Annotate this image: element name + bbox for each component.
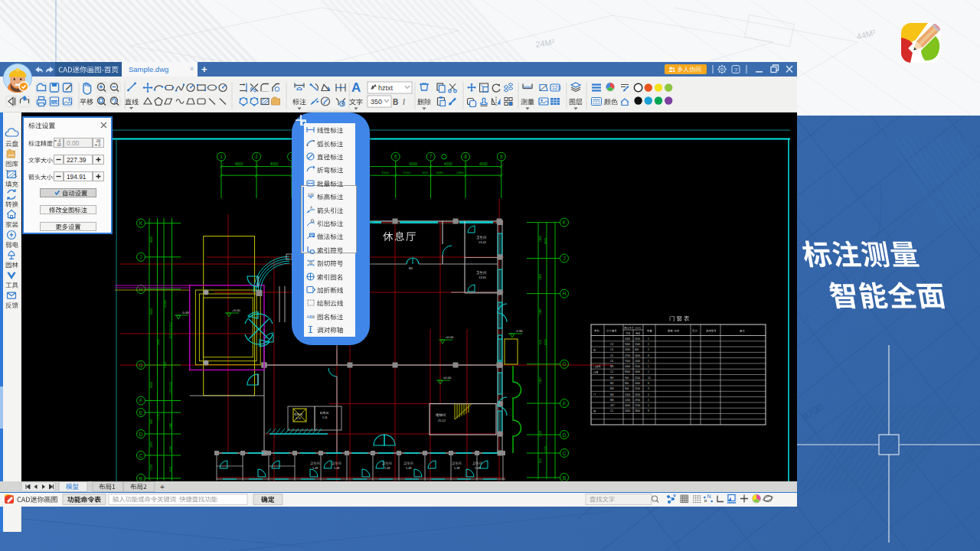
svg-text:1500: 1500 [625, 393, 630, 396]
svg-text:1380: 1380 [164, 362, 167, 368]
svg-text:G: G [139, 363, 142, 368]
svg-text:C6: C6 [610, 360, 613, 363]
svg-text:1700 650: 1700 650 [169, 382, 172, 394]
svg-text:PDF: PDF [52, 100, 59, 104]
svg-text:1: 1 [648, 365, 649, 368]
svg-text:650 320 650: 650 320 650 [169, 322, 172, 338]
svg-text:7: 7 [430, 154, 433, 159]
svg-text:2330: 2330 [150, 465, 153, 471]
svg-text:13.45: 13.45 [479, 240, 487, 244]
svg-text:4008: 4008 [544, 238, 547, 244]
svg-text:2400: 2400 [539, 236, 542, 242]
svg-text:C4: C4 [610, 348, 613, 351]
svg-text:24M²: 24M² [535, 37, 556, 49]
svg-text:C2: C2 [610, 370, 613, 373]
svg-text:600: 600 [635, 348, 639, 351]
svg-text:5.48: 5.48 [406, 467, 411, 470]
svg-text:1500: 1500 [381, 171, 389, 174]
svg-text:350: 350 [371, 98, 382, 106]
svg-text:C: C [563, 451, 567, 456]
svg-text:2: 2 [648, 399, 649, 402]
svg-text:1: 1 [648, 360, 649, 363]
svg-text:1: 1 [648, 337, 649, 341]
svg-text:800: 800 [625, 382, 629, 385]
svg-text:2100: 2100 [635, 387, 640, 390]
svg-text:2100: 2100 [635, 393, 640, 396]
svg-text:1500: 1500 [169, 446, 172, 452]
svg-text:-0.48: -0.48 [181, 311, 189, 315]
svg-text:2000: 2000 [635, 382, 640, 385]
svg-text:H: H [139, 287, 143, 292]
svg-text:.00: .00 [57, 143, 62, 147]
svg-text:4000: 4000 [479, 162, 488, 166]
svg-text:1500: 1500 [635, 360, 640, 363]
svg-text:1500: 1500 [539, 431, 542, 437]
svg-text:F: F [139, 398, 142, 403]
svg-text:2: 2 [648, 348, 649, 351]
svg-text:+: + [160, 483, 165, 491]
svg-text:5: 5 [648, 393, 649, 396]
svg-text:2330: 2330 [544, 446, 547, 452]
svg-text:1.00: 1.00 [308, 192, 315, 196]
svg-text:1400: 1400 [625, 337, 630, 341]
svg-text:3.74: 3.74 [296, 417, 301, 420]
svg-text:1200: 1200 [625, 399, 630, 402]
svg-text:415: 415 [539, 458, 542, 463]
svg-text:2480: 2480 [456, 171, 464, 174]
svg-text:2700: 2700 [635, 404, 640, 407]
svg-text:8000: 8000 [150, 308, 153, 315]
svg-text:K: K [563, 220, 567, 225]
svg-text:M6: M6 [610, 399, 614, 402]
svg-text:D: D [563, 432, 567, 438]
svg-text:2100: 2100 [635, 377, 640, 380]
svg-text:1: 1 [648, 370, 649, 373]
svg-text:25.12: 25.12 [438, 419, 446, 422]
svg-text:A: A [310, 206, 312, 210]
svg-text:1680: 1680 [436, 171, 443, 174]
svg-text:2400: 2400 [625, 348, 630, 351]
svg-text:7500: 7500 [625, 360, 630, 363]
svg-text:I: I [403, 98, 405, 106]
svg-text:9: 9 [500, 154, 503, 159]
svg-text:8: 8 [648, 382, 649, 385]
svg-text:5.48: 5.48 [384, 467, 390, 470]
svg-text:2100: 2100 [635, 337, 640, 341]
svg-text:5.48: 5.48 [334, 467, 339, 470]
svg-text:8: 8 [648, 354, 649, 357]
svg-text:D: D [139, 432, 143, 437]
svg-text:B: B [393, 98, 398, 106]
svg-text:1: 1 [220, 154, 223, 159]
svg-text:M4: M4 [610, 393, 614, 396]
svg-text:1447: 1447 [539, 308, 542, 315]
svg-text:650: 650 [169, 467, 172, 471]
svg-text:44M²: 44M² [856, 28, 877, 41]
svg-text:5.48: 5.48 [312, 467, 318, 470]
svg-text:2100: 2100 [635, 365, 640, 368]
svg-text:4000: 4000 [444, 162, 452, 166]
svg-text:4300: 4300 [150, 382, 153, 388]
svg-text:650: 650 [539, 340, 542, 344]
svg-text:JX7: JX7 [610, 404, 615, 407]
svg-text:E: E [139, 410, 143, 416]
svg-text:2: 2 [255, 154, 258, 159]
svg-text:980: 980 [150, 419, 153, 424]
svg-text:8000: 8000 [544, 339, 547, 345]
svg-text:1467: 1467 [539, 377, 542, 383]
svg-text:C5: C5 [610, 354, 613, 357]
svg-text:5.48: 5.48 [475, 467, 480, 470]
svg-text:3: 3 [648, 387, 649, 390]
svg-text:±0.00: ±0.00 [443, 376, 452, 380]
svg-text:AB: AB [307, 314, 313, 318]
svg-text:6: 6 [394, 154, 397, 159]
svg-text:2400: 2400 [539, 274, 542, 280]
svg-text:1600: 1600 [635, 370, 640, 373]
svg-text:650: 650 [422, 171, 428, 174]
svg-text:?: ? [734, 67, 738, 73]
svg-text:M5: M5 [610, 365, 614, 368]
svg-text:2470: 2470 [150, 442, 153, 448]
svg-text:13.65: 13.65 [479, 276, 487, 279]
svg-text:G: G [562, 361, 566, 367]
svg-text:2400: 2400 [625, 409, 630, 412]
svg-text:1500: 1500 [635, 343, 640, 346]
svg-text:2700: 2700 [403, 171, 410, 174]
